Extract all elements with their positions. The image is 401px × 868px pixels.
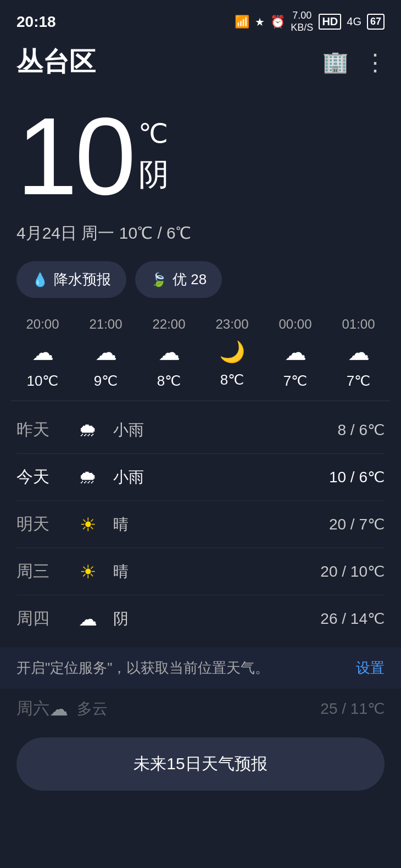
speed-label: 7.00 KB/S bbox=[291, 10, 313, 33]
hour-temp-3: 8℃ bbox=[220, 371, 244, 388]
hour-icon-1: ☁ bbox=[95, 340, 117, 365]
day-name-today: 今天 bbox=[16, 466, 71, 488]
partial-icon: ☁ bbox=[49, 698, 68, 720]
day-icon-tomorrow: ☀ bbox=[71, 514, 104, 536]
bluetooth-icon: 📶 bbox=[235, 15, 249, 29]
temp-row: 10 ℃ 阴 bbox=[16, 102, 385, 211]
hour-item-4: 00:00 ☁ 7℃ bbox=[269, 317, 321, 390]
hourly-section: 20:00 ☁ 10℃ 21:00 ☁ 9℃ 22:00 ☁ 8℃ 23:00 … bbox=[0, 311, 401, 390]
air-quality-label: 优 28 bbox=[172, 270, 207, 289]
bottom-btn-container: 未来15日天气预报 bbox=[0, 729, 401, 807]
hour-icon-0: ☁ bbox=[32, 340, 54, 365]
partial-desc: 多云 bbox=[77, 698, 320, 719]
day-desc-tomorrow: 晴 bbox=[113, 514, 329, 535]
hour-item-1: 21:00 ☁ 9℃ bbox=[80, 317, 132, 390]
day-temp-wed: 20 / 10℃ bbox=[320, 562, 385, 580]
temp-right: ℃ 阴 bbox=[138, 102, 169, 196]
notification-banner: 开启"定位服务"，以获取当前位置天气。 设置 bbox=[0, 647, 401, 689]
date-line: 4月24日 周一 10℃ / 6℃ bbox=[0, 217, 401, 256]
day-temp-today: 10 / 6℃ bbox=[329, 468, 385, 486]
precipitation-label: 降水预报 bbox=[54, 270, 111, 289]
day-name-yesterday: 昨天 bbox=[16, 419, 71, 441]
hour-temp-0: 10℃ bbox=[27, 373, 59, 390]
hour-icon-5: ☁ bbox=[348, 340, 370, 365]
main-temp-section: 10 ℃ 阴 bbox=[0, 91, 401, 217]
bluetooth-icon2: ★ bbox=[255, 15, 265, 29]
signal-label: 4G bbox=[347, 15, 361, 28]
day-icon-today: 🌧 bbox=[71, 466, 104, 488]
forecast-15day-button[interactable]: 未来15日天气预报 bbox=[16, 737, 385, 791]
day-desc-yesterday: 小雨 bbox=[113, 420, 338, 441]
hour-time-1: 21:00 bbox=[89, 317, 122, 332]
day-icon-thu: ☁ bbox=[71, 608, 104, 630]
hour-temp-1: 9℃ bbox=[94, 373, 118, 390]
hour-time-0: 20:00 bbox=[26, 317, 59, 332]
hour-item-5: 01:00 ☁ 7℃ bbox=[332, 317, 385, 390]
header-icons: 🏢 ⋮ bbox=[322, 49, 385, 76]
rain-icon: 💧 bbox=[32, 272, 48, 288]
weather-description: 阴 bbox=[138, 154, 169, 196]
hourly-row: 20:00 ☁ 10℃ 21:00 ☁ 9℃ 22:00 ☁ 8℃ 23:00 … bbox=[11, 317, 390, 390]
partial-row: 周六 ☁ 多云 25 / 11℃ bbox=[0, 689, 401, 729]
battery-level: 67 bbox=[370, 16, 381, 27]
notification-text: 开启"定位服务"，以获取当前位置天气。 bbox=[16, 658, 345, 678]
status-bar: 20:18 📶 ★ ⏰ 7.00 KB/S HD 4G 67 bbox=[0, 0, 401, 39]
notification-action[interactable]: 设置 bbox=[356, 658, 385, 678]
day-row-wed: 周三 ☀ 晴 20 / 10℃ bbox=[16, 548, 385, 595]
battery-icon: 67 bbox=[367, 14, 385, 30]
city-name: 丛台区 bbox=[16, 44, 96, 80]
buttons-row: 💧 降水预报 🍃 优 28 bbox=[0, 256, 401, 311]
alarm-icon: ⏰ bbox=[270, 15, 285, 29]
temp-unit: ℃ bbox=[138, 118, 169, 149]
forecast-15day-label: 未来15日天气预报 bbox=[133, 754, 267, 773]
partial-day: 周六 bbox=[16, 697, 49, 720]
day-temp-yesterday: 8 / 6℃ bbox=[338, 421, 385, 439]
day-row-tomorrow: 明天 ☀ 晴 20 / 7℃ bbox=[16, 501, 385, 548]
daily-section: 昨天 🌧 小雨 8 / 6℃ 今天 🌧 小雨 10 / 6℃ 明天 ☀ 晴 20… bbox=[0, 401, 401, 647]
day-name-tomorrow: 明天 bbox=[16, 513, 71, 536]
day-row-yesterday: 昨天 🌧 小雨 8 / 6℃ bbox=[16, 407, 385, 454]
status-icons: 📶 ★ ⏰ 7.00 KB/S HD 4G 67 bbox=[235, 10, 385, 33]
air-quality-button[interactable]: 🍃 优 28 bbox=[135, 261, 222, 298]
day-temp-thu: 26 / 14℃ bbox=[320, 610, 385, 628]
day-icon-wed: ☀ bbox=[71, 561, 104, 583]
current-temperature: 10 bbox=[16, 102, 133, 211]
hour-time-2: 22:00 bbox=[152, 317, 185, 332]
day-row-thu: 周四 ☁ 阴 26 / 14℃ bbox=[16, 595, 385, 642]
hour-item-0: 20:00 ☁ 10℃ bbox=[16, 317, 69, 390]
hour-icon-3: 🌙 bbox=[219, 340, 245, 364]
hour-time-3: 23:00 bbox=[215, 317, 248, 332]
header: 丛台区 🏢 ⋮ bbox=[0, 39, 401, 91]
leaf-icon: 🍃 bbox=[151, 272, 167, 288]
hour-time-5: 01:00 bbox=[342, 317, 375, 332]
partial-temp: 25 / 11℃ bbox=[320, 700, 385, 718]
day-desc-thu: 阴 bbox=[113, 608, 320, 629]
day-name-thu: 周四 bbox=[16, 607, 71, 630]
hour-icon-2: ☁ bbox=[158, 340, 180, 365]
day-desc-wed: 晴 bbox=[113, 561, 320, 582]
hour-temp-2: 8℃ bbox=[157, 373, 181, 390]
hour-temp-4: 7℃ bbox=[283, 373, 307, 390]
building-icon[interactable]: 🏢 bbox=[322, 50, 348, 74]
hour-icon-4: ☁ bbox=[285, 340, 307, 365]
day-desc-today: 小雨 bbox=[113, 467, 329, 488]
hour-item-3: 23:00 🌙 8℃ bbox=[206, 317, 258, 390]
status-time: 20:18 bbox=[16, 13, 56, 31]
hour-time-4: 00:00 bbox=[279, 317, 311, 332]
precipitation-forecast-button[interactable]: 💧 降水预报 bbox=[16, 261, 126, 298]
hd-label: HD bbox=[319, 14, 341, 30]
day-name-wed: 周三 bbox=[16, 560, 71, 583]
hour-item-2: 22:00 ☁ 8℃ bbox=[143, 317, 195, 390]
hour-temp-5: 7℃ bbox=[347, 373, 370, 390]
day-row-today: 今天 🌧 小雨 10 / 6℃ bbox=[16, 454, 385, 501]
more-menu-icon[interactable]: ⋮ bbox=[364, 49, 385, 76]
day-icon-yesterday: 🌧 bbox=[71, 419, 104, 441]
day-temp-tomorrow: 20 / 7℃ bbox=[329, 515, 385, 533]
